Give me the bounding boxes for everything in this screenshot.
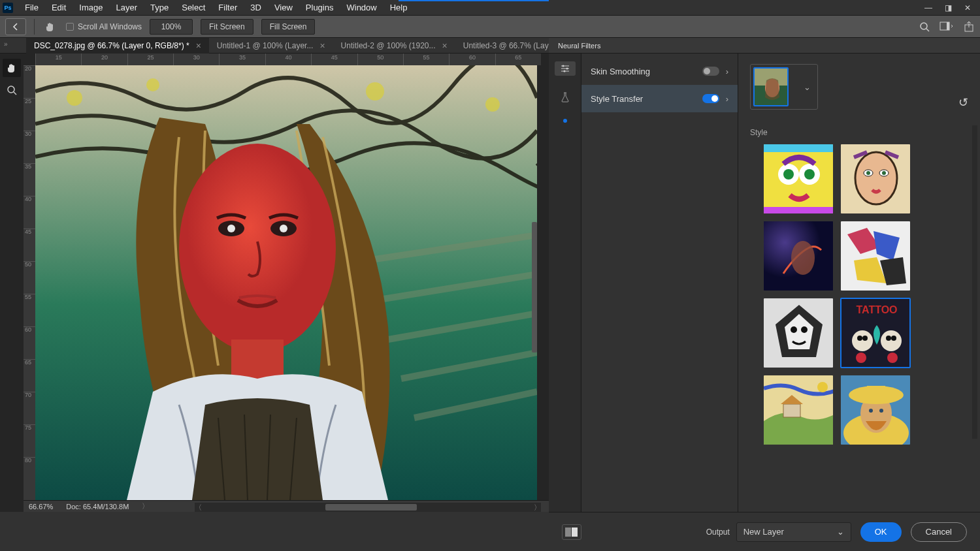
options-bar: Scroll All Windows 100% Fit Screen Fill … xyxy=(0,16,980,38)
output-label: Output xyxy=(706,527,730,537)
menu-select[interactable]: Select xyxy=(175,3,212,12)
document-tab[interactable]: Untitled-1 @ 100% (Layer... × xyxy=(209,38,333,54)
svg-point-53 xyxy=(862,336,868,341)
window-controls: ― ◨ ✕ xyxy=(919,1,977,15)
svg-rect-69 xyxy=(565,527,571,537)
style-thumb[interactable] xyxy=(763,221,834,291)
svg-point-54 xyxy=(886,336,891,341)
menu-help[interactable]: Help xyxy=(384,3,414,12)
toggle-skin-smoothing[interactable] xyxy=(702,67,719,76)
menu-3d[interactable]: 3D xyxy=(244,3,268,12)
workspace: 1520253035404550556065 20253035404550556… xyxy=(0,54,549,512)
menu-file[interactable]: File xyxy=(18,3,45,12)
style-grid: TATTOO xyxy=(750,144,968,445)
tab-label: Untitled-3 @ 66.7% (Layer... xyxy=(463,41,562,50)
svg-point-47 xyxy=(801,326,808,333)
hand-tool[interactable] xyxy=(3,59,21,77)
menu-image[interactable]: Image xyxy=(73,3,109,12)
app-logo: Ps xyxy=(3,3,13,13)
document-tab[interactable]: DSC_0278.jpg @ 66.7% (Layer 0, RGB/8*) *… xyxy=(26,38,209,54)
close-button[interactable]: ✕ xyxy=(958,1,977,15)
svg-point-51 xyxy=(881,330,902,351)
style-section-label: Style xyxy=(750,128,968,137)
scroll-all-label: Scroll All Windows xyxy=(78,22,142,31)
menu-filter[interactable]: Filter xyxy=(212,3,244,12)
svg-rect-28 xyxy=(764,207,834,214)
svg-point-4 xyxy=(8,86,14,93)
settings-icon[interactable] xyxy=(555,61,576,76)
svg-point-50 xyxy=(852,330,873,351)
ok-button[interactable]: OK xyxy=(860,522,902,542)
document-tab[interactable]: Untitled-2 @ 100% (1920... × xyxy=(333,38,455,54)
svg-point-67 xyxy=(869,409,873,413)
workspace-switcher-icon[interactable] xyxy=(939,21,954,33)
svg-point-8 xyxy=(366,82,384,101)
filter-style-transfer[interactable]: Style Transfer › xyxy=(581,85,738,112)
svg-point-17 xyxy=(566,68,568,70)
tab-label: DSC_0278.jpg @ 66.7% (Layer 0, RGB/8*) * xyxy=(34,41,189,50)
zoom-input[interactable]: 100% xyxy=(150,19,193,35)
mask-icon[interactable] xyxy=(562,524,581,540)
canvas-vertical-scrollbar[interactable] xyxy=(532,222,537,353)
tab-label: Untitled-2 @ 100% (1920... xyxy=(341,41,436,50)
menu-window[interactable]: Window xyxy=(340,3,383,12)
flask-icon[interactable] xyxy=(555,90,576,104)
menu-plugins[interactable]: Plugins xyxy=(299,3,340,12)
reset-button[interactable]: ↺ xyxy=(958,95,968,110)
svg-point-16 xyxy=(562,65,564,67)
menu-view[interactable]: View xyxy=(268,3,299,12)
menubar: Ps File Edit Image Layer Type Select Fil… xyxy=(0,0,980,16)
dialog-footer: Output New Layer ⌄ OK Cancel xyxy=(549,512,980,551)
tab-label: Untitled-1 @ 100% (Layer... xyxy=(217,41,314,50)
canvas-horizontal-scrollbar[interactable]: 〈 〉 xyxy=(195,503,541,512)
menu-edit[interactable]: Edit xyxy=(45,3,73,12)
fill-screen-button[interactable]: Fill Screen xyxy=(261,19,316,35)
style-thumb[interactable] xyxy=(763,144,834,214)
svg-point-9 xyxy=(485,97,500,112)
svg-point-10 xyxy=(179,144,336,353)
share-icon[interactable] xyxy=(963,21,975,33)
close-icon[interactable]: × xyxy=(196,40,201,51)
style-thumb[interactable] xyxy=(840,144,911,214)
svg-point-61 xyxy=(817,382,828,392)
svg-point-57 xyxy=(887,353,898,363)
tool-column xyxy=(3,59,21,99)
cancel-button[interactable]: Cancel xyxy=(911,522,967,542)
checkbox-icon xyxy=(66,23,74,31)
style-thumb[interactable] xyxy=(840,375,911,445)
style-thumb[interactable]: TATTOO xyxy=(840,298,911,368)
close-icon[interactable]: × xyxy=(319,40,325,51)
options-scrollbar[interactable] xyxy=(972,125,977,439)
toggle-style-transfer[interactable] xyxy=(702,94,719,103)
menu-layer[interactable]: Layer xyxy=(110,3,144,12)
minimize-button[interactable]: ― xyxy=(919,1,938,15)
preview-thumbnail xyxy=(753,67,789,106)
style-thumb[interactable] xyxy=(763,375,834,445)
chevron-right-icon: › xyxy=(726,94,728,104)
scroll-all-checkbox[interactable]: Scroll All Windows xyxy=(66,22,142,31)
menu-type[interactable]: Type xyxy=(144,3,175,12)
preview-selector[interactable]: ⌄ xyxy=(750,64,818,110)
zoom-tool[interactable] xyxy=(3,81,21,99)
style-thumb[interactable] xyxy=(840,221,911,291)
select-value: New Layer xyxy=(743,527,784,537)
zoom-level: 66.67% xyxy=(29,503,53,511)
svg-point-14 xyxy=(280,225,287,232)
canvas[interactable] xyxy=(35,65,537,500)
style-thumb[interactable] xyxy=(763,298,834,368)
fit-screen-button[interactable]: Fit Screen xyxy=(201,19,253,35)
back-button[interactable] xyxy=(5,18,26,35)
svg-point-26 xyxy=(804,169,815,180)
search-icon[interactable] xyxy=(919,21,930,33)
svg-point-56 xyxy=(856,353,866,363)
output-select[interactable]: New Layer ⌄ xyxy=(736,522,851,542)
svg-rect-66 xyxy=(867,386,885,395)
tabs-expand-icon[interactable]: » xyxy=(4,40,8,48)
accent-bar xyxy=(399,0,549,1)
close-icon[interactable]: × xyxy=(442,40,448,51)
maximize-button[interactable]: ◨ xyxy=(938,1,958,15)
filter-skin-smoothing[interactable]: Skin Smoothing › xyxy=(581,57,738,85)
svg-rect-2 xyxy=(947,22,949,30)
filter-label: Skin Smoothing xyxy=(591,67,650,76)
svg-point-25 xyxy=(783,169,794,180)
